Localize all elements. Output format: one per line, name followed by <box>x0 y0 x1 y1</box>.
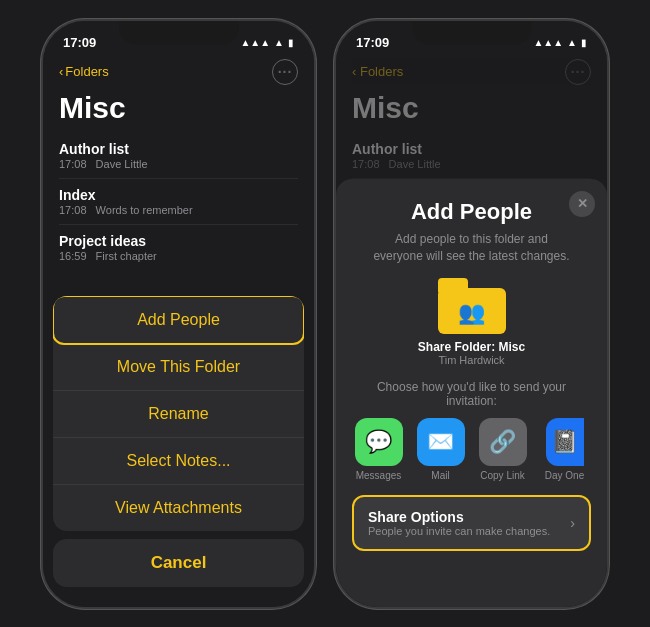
mail-label: Mail <box>431 470 449 481</box>
action-group: Add People Move This Folder Rename Selec… <box>53 296 304 531</box>
note-meta: 17:08 Dave Little <box>59 158 298 170</box>
add-people-label: Add People <box>137 311 220 328</box>
back-label: Folders <box>65 64 108 79</box>
battery-icon: ▮ <box>581 37 587 48</box>
mail-icon-glyph: ✉️ <box>427 429 454 455</box>
folder-body: 👥 <box>438 288 506 334</box>
note-title: Index <box>59 187 298 203</box>
share-options-button[interactable]: Share Options People you invite can make… <box>352 495 591 551</box>
messages-label: Messages <box>356 470 402 481</box>
status-time-1: 17:09 <box>63 35 96 50</box>
move-folder-button[interactable]: Move This Folder <box>53 344 304 391</box>
sheet-title: Add People <box>352 199 591 225</box>
copy-link-label: Copy Link <box>480 470 524 481</box>
phone-1: 17:09 ▲▲▲ ▲ ▮ ‹ Folders ··· Misc Author … <box>41 19 316 609</box>
share-options-sub: People you invite can make changes. <box>368 525 550 537</box>
day-one-icon: 📓 <box>546 418 584 466</box>
nav-bar-1: ‹ Folders ··· <box>43 57 314 91</box>
select-notes-label: Select Notes... <box>126 452 230 469</box>
list-item[interactable]: Project ideas 16:59 First chapter <box>59 225 298 270</box>
folder-icon-wrap: 👥 Share Folder: Misc Tim Hardwick <box>352 278 591 366</box>
status-time-2: 17:09 <box>356 35 389 50</box>
invite-label: Choose how you'd like to send your invit… <box>352 380 591 408</box>
more-dots-2: ··· <box>565 59 591 85</box>
note-preview: Dave Little <box>96 158 148 170</box>
mail-share-button[interactable]: ✉️ Mail <box>415 418 467 481</box>
day-one-icon-glyph: 📓 <box>551 429 578 455</box>
mail-icon: ✉️ <box>417 418 465 466</box>
view-attachments-button[interactable]: View Attachments <box>53 485 304 531</box>
copy-link-icon-glyph: 🔗 <box>489 429 516 455</box>
share-options-title: Share Options <box>368 509 550 525</box>
back-button[interactable]: ‹ Folders <box>59 64 109 79</box>
note-time: 17:08 <box>59 158 87 170</box>
folder-owner: Tim Hardwick <box>438 354 504 366</box>
messages-share-button[interactable]: 💬 Messages <box>353 418 405 481</box>
list-item[interactable]: Author list 17:08 Dave Little <box>59 133 298 179</box>
wifi-icon: ▲ <box>567 37 577 48</box>
messages-icon-glyph: 💬 <box>365 429 392 455</box>
battery-icon: ▮ <box>288 37 294 48</box>
close-button[interactable]: ✕ <box>569 191 595 217</box>
status-icons-1: ▲▲▲ ▲ ▮ <box>240 37 294 48</box>
close-icon: ✕ <box>577 196 588 211</box>
wifi-icon: ▲ <box>274 37 284 48</box>
view-attachments-label: View Attachments <box>115 499 242 516</box>
status-icons-2: ▲▲▲ ▲ ▮ <box>533 37 587 48</box>
copy-link-share-button[interactable]: 🔗 Copy Link <box>477 418 529 481</box>
dots-icon: ··· <box>278 64 293 80</box>
note-meta: 17:08 Words to remember <box>59 204 298 216</box>
signal-icon: ▲▲▲ <box>533 37 563 48</box>
day-one-share-button[interactable]: 📓 Day One <box>539 418 591 481</box>
add-people-button[interactable]: Add People <box>53 296 304 345</box>
action-sheet: Add People Move This Folder Rename Selec… <box>43 296 314 607</box>
note-preview: Words to remember <box>96 204 193 216</box>
rename-button[interactable]: Rename <box>53 391 304 438</box>
note-preview: First chapter <box>96 250 157 262</box>
phone-2: 17:09 ▲▲▲ ▲ ▮ ‹ Folders ··· Misc Author … <box>334 19 609 609</box>
folder-people-icon: 👥 <box>458 300 485 326</box>
share-sheet: ✕ Add People Add people to this folder a… <box>336 179 607 607</box>
note-meta: 16:59 First chapter <box>59 250 298 262</box>
folder-icon: 👥 <box>438 278 506 334</box>
back-label-2: ‹ Folders <box>352 64 403 79</box>
day-one-label: Day One <box>545 470 584 481</box>
back-chevron-icon: ‹ <box>59 64 63 79</box>
copy-link-icon: 🔗 <box>479 418 527 466</box>
messages-icon: 💬 <box>355 418 403 466</box>
share-icons-row: 💬 Messages ✉️ Mail 🔗 Copy Link <box>352 418 591 481</box>
signal-icon: ▲▲▲ <box>240 37 270 48</box>
rename-label: Rename <box>148 405 208 422</box>
select-notes-button[interactable]: Select Notes... <box>53 438 304 485</box>
more-options-button[interactable]: ··· <box>272 59 298 85</box>
move-folder-label: Move This Folder <box>117 358 240 375</box>
folder-title-2-dimmed: Misc <box>336 91 607 133</box>
note-time: 16:59 <box>59 250 87 262</box>
cancel-label: Cancel <box>151 553 207 572</box>
note-title: Project ideas <box>59 233 298 249</box>
share-options-chevron-icon: › <box>570 515 575 531</box>
share-options-text: Share Options People you invite can make… <box>368 509 550 537</box>
folder-title: Misc <box>43 91 314 133</box>
notch-2 <box>412 21 532 45</box>
cancel-button[interactable]: Cancel <box>53 539 304 587</box>
note-time: 17:08 <box>59 204 87 216</box>
note-title: Author list <box>59 141 298 157</box>
list-item[interactable]: Index 17:08 Words to remember <box>59 179 298 225</box>
nav-bar-2-dimmed: ‹ Folders ··· <box>336 57 607 91</box>
notch-1 <box>119 21 239 45</box>
folder-share-label: Share Folder: Misc <box>418 340 525 354</box>
sheet-subtitle: Add people to this folder and everyone w… <box>352 231 591 265</box>
